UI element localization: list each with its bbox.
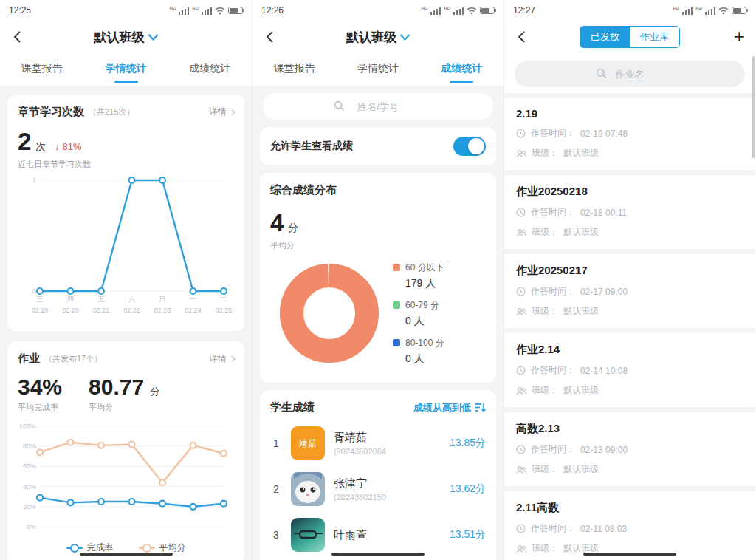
sort-control[interactable]: 成绩从高到低 [413,401,486,414]
svg-text:日: 日 [159,296,166,303]
class-label: 班级： [532,542,558,555]
score-distribution-card: 综合成绩分布 4 分 平均分 60 分以下 179 人 60-79 分 0 人 [260,173,496,383]
legend-swatch [393,301,400,309]
clock-icon [516,129,526,138]
homework-item[interactable]: 作业20250218作答时间：02-18 00:11班级：默认班级 [504,175,755,249]
homework-item[interactable]: 作业20250217作答时间：02-17 09:00班级：默认班级 [504,254,755,328]
answer-time-row: 作答时间：02-11 08:03 [516,522,743,535]
svg-text:100%: 100% [19,423,36,430]
people-icon [516,228,526,237]
homework-item[interactable]: 高数2.13作答时间：02-13 09:00班级：默认班级 [504,412,755,486]
scrollbar[interactable] [752,56,755,158]
average-score-value: 80.77 [89,375,144,399]
student-score: 13.51分 [450,528,486,542]
class-selector[interactable]: 默认班级 [346,29,410,46]
student-search-input[interactable] [263,93,493,120]
card-title: 章节学习次数 [18,105,84,119]
home-indicator[interactable] [583,553,676,556]
avatar: 靖茹 [291,426,325,460]
homework-item[interactable]: 作业2.14作答时间：02-14 10:08班级：默认班级 [504,333,755,407]
answer-time-value: 02-13 09:00 [580,445,628,455]
home-indicator[interactable] [331,553,425,556]
segment-published[interactable]: 已发放 [580,27,630,47]
answer-time-value: 02-19 07:48 [580,129,628,139]
search-area [252,86,504,126]
tab-score-stats[interactable]: 成绩统计 [420,53,504,86]
rank-number: 1 [270,437,282,449]
student-id: (20243602064 [334,447,441,456]
svg-text:02.21: 02.21 [93,307,110,314]
homework-search-input[interactable] [515,61,745,87]
class-selector[interactable]: 默认班级 [94,29,158,46]
answer-time-value: 02-18 00:11 [580,208,627,218]
tab-score-stats[interactable]: 成绩统计 [168,53,252,86]
class-label: 班级： [532,305,558,318]
back-icon[interactable] [263,30,278,44]
student-scores-card: 学生成绩 成绩从高到低 1 靖茹 胥靖茹 (20243602064 13.85分… [260,390,496,560]
legend-count: 0 人 [405,352,444,366]
rank-number: 3 [270,529,282,541]
answer-time-row: 作答时间：02-14 10:08 [516,364,743,377]
allow-view-score-toggle[interactable] [453,137,486,156]
donut-legend: 60 分以下 179 人 60-79 分 0 人 80-100 分 0 人 [393,262,444,366]
home-indicator[interactable] [80,553,173,556]
answer-time-label: 作答时间： [531,285,575,298]
chapter-study-card: 章节学习次数 （共215次） 详情 2 次 ↓ 81% 近七日章节学习次数 01… [7,95,244,331]
svg-text:02.25: 02.25 [216,307,233,314]
status-bar: 12:26 HD HD [252,0,504,21]
answer-time-label: 作答时间： [531,206,575,219]
detail-link[interactable]: 详情 [209,106,234,118]
people-icon [516,307,526,316]
average-score-unit: 分 [150,386,159,397]
class-value: 默认班级 [563,305,599,318]
back-icon[interactable] [515,30,529,44]
homework-item[interactable]: 2.19作答时间：02-19 07:48班级：默认班级 [504,98,755,170]
tab-class-report[interactable]: 课堂报告 [252,53,336,86]
legend-swatch [393,264,400,271]
hd-badge: HD [170,6,176,15]
student-row[interactable]: 2 张津宁 (20243602150 13.62分 [270,472,486,506]
wifi-icon [215,7,225,15]
detail-link[interactable]: 详情 [209,352,234,365]
student-row[interactable]: 3 叶雨萱 13.51分 [270,518,486,552]
status-bar: 12:27 HD HD [504,0,755,21]
nav-bar: 已发放 作业库 + [504,21,755,53]
battery-icon [228,7,243,14]
card-title: 作业 [18,352,40,366]
back-icon[interactable] [10,30,25,44]
svg-text:02.23: 02.23 [154,307,171,314]
tab-bar: 课堂报告 学情统计 成绩统计 [252,53,504,86]
search-field [263,93,493,120]
anime-avatar-image [291,518,325,552]
hd-badge: HD [673,6,680,15]
chapter-count-value: 2 [18,128,31,156]
completion-value: 34% [18,375,62,400]
signal-icon [179,7,189,15]
people-icon [516,544,526,553]
chevron-down-icon [400,34,410,41]
average-score-stat: 80.77 分 平均分 [89,375,159,413]
tab-class-report[interactable]: 课堂报告 [0,53,84,86]
segment-homework-library[interactable]: 作业库 [630,27,679,47]
legend-80-100: 80-100 分 0 人 [393,337,444,366]
homework-item[interactable]: 2.11高数作答时间：02-11 08:03班级：默认班级 [504,491,755,560]
status-icons: HD HD [673,6,746,15]
class-row: 班级：默认班级 [516,463,743,476]
student-row[interactable]: 1 靖茹 胥靖茹 (20243602064 13.85分 [270,426,486,460]
search-area [504,53,755,93]
class-row: 班级：默认班级 [516,226,743,239]
student-name: 胥靖茹 [334,431,441,445]
answer-time-label: 作答时间： [531,522,575,535]
homework-title: 作业20250217 [516,264,743,278]
class-row: 班级：默认班级 [516,305,743,318]
people-icon [516,386,526,395]
add-button[interactable]: + [734,27,745,45]
signal-icon [682,7,693,15]
tab-learning-stats[interactable]: 学情统计 [84,53,168,86]
svg-text:三: 三 [37,296,44,303]
student-score: 13.85分 [450,437,486,450]
answer-time-label: 作答时间： [531,364,575,377]
hd-badge: HD [695,6,702,15]
tab-learning-stats[interactable]: 学情统计 [336,53,419,86]
svg-text:02.24: 02.24 [185,307,202,314]
